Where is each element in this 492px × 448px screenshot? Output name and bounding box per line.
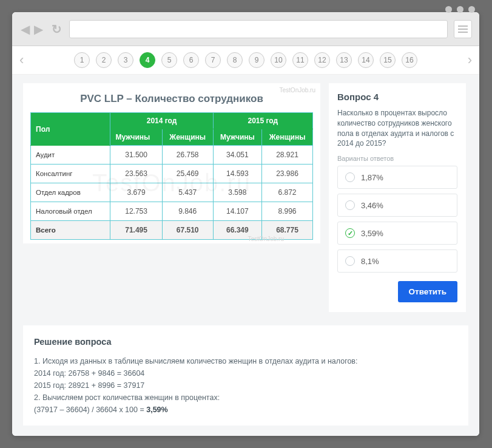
- table-cell: 12.753: [110, 202, 162, 221]
- table-cell: 5.437: [162, 183, 213, 202]
- menu-button[interactable]: [454, 20, 472, 38]
- table-cell: 67.510: [162, 221, 213, 240]
- table-cell: 71.495: [110, 221, 162, 240]
- answer-option-label: 8,1%: [361, 257, 379, 266]
- question-number-1[interactable]: 1: [74, 52, 90, 68]
- question-number-5[interactable]: 5: [161, 52, 177, 68]
- radio-icon: [345, 256, 355, 266]
- prev-question-button[interactable]: ‹: [17, 52, 26, 68]
- data-table-card: TestOnJob.ru PVC LLP – Количество сотруд…: [23, 83, 320, 243]
- url-input[interactable]: [69, 20, 448, 38]
- window-controls: [445, 6, 475, 13]
- question-number-13[interactable]: 13: [336, 52, 352, 68]
- table-cell: Налоговый отдел: [31, 202, 110, 221]
- radio-icon: [345, 228, 355, 238]
- table-cell: 14.593: [213, 165, 261, 183]
- question-number-15[interactable]: 15: [380, 52, 396, 68]
- answer-option[interactable]: 3,59%: [337, 222, 457, 245]
- table-cell: Консалтинг: [31, 165, 110, 183]
- question-number-3[interactable]: 3: [118, 52, 133, 68]
- solution-line-prefix: (37917 – 36604) / 36604 x 100 =: [34, 406, 146, 414]
- solution-heading: Решение вопроса: [34, 335, 457, 349]
- question-number-7[interactable]: 7: [205, 52, 221, 68]
- question-number-14[interactable]: 14: [358, 52, 374, 68]
- answer-option[interactable]: 8,1%: [337, 249, 457, 273]
- col-header-f14: Женщины: [162, 129, 213, 146]
- answer-option[interactable]: 3,46%: [337, 194, 457, 217]
- question-number-list: 12345678910111213141516: [31, 52, 460, 68]
- browser-toolbar: ◀ ▶ ↻: [12, 12, 479, 46]
- window-dot: [457, 6, 463, 13]
- watermark-small: TestOnJob.ru: [280, 87, 315, 93]
- question-number-11[interactable]: 11: [292, 52, 308, 68]
- radio-icon: [345, 200, 355, 210]
- page-content: ‹ 12345678910111213141516 › TestOnJob.ru…: [12, 46, 479, 436]
- table-row: Налоговый отдел12.7539.84614.1078.996: [31, 202, 313, 221]
- table-cell: 26.758: [162, 146, 213, 165]
- col-header-f15: Женщины: [262, 129, 313, 146]
- window-dot: [468, 6, 475, 13]
- table-cell: 23.563: [110, 165, 162, 183]
- table-cell: 6.872: [262, 183, 313, 202]
- question-text: Насколько в процентах выросло количество…: [337, 108, 457, 149]
- forward-button[interactable]: ▶: [33, 22, 44, 36]
- main-area: TestOnJob.ru PVC LLP – Количество сотруд…: [12, 75, 479, 321]
- table-cell: Аудит: [31, 146, 110, 165]
- table-cell: 23.986: [262, 165, 313, 183]
- table-cell: 34.051: [213, 146, 261, 165]
- answer-button[interactable]: Ответить: [398, 281, 457, 302]
- question-number-12[interactable]: 12: [314, 52, 330, 68]
- solution-line: 2015 год: 28921 + 8996 = 37917: [34, 379, 457, 392]
- radio-icon: [345, 172, 355, 182]
- col-header-year1: 2014 год: [110, 113, 213, 129]
- browser-frame: ◀ ▶ ↻ ‹ 12345678910111213141516 › TestOn…: [12, 12, 479, 436]
- question-number-9[interactable]: 9: [249, 52, 265, 68]
- table-cell: Отдел кадров: [31, 183, 110, 202]
- question-number-4[interactable]: 4: [140, 52, 155, 68]
- col-header-year2: 2015 год: [213, 113, 312, 129]
- col-header-m14: Мужчины: [110, 129, 162, 146]
- answer-option[interactable]: 1,87%: [337, 166, 457, 189]
- col-header-row: Пол: [31, 113, 110, 146]
- variants-label: Варианты ответов: [337, 155, 457, 162]
- table-cell: 3.679: [110, 183, 162, 202]
- watermark-small-bottom: TestOnJob.ru: [248, 236, 284, 242]
- table-row: Консалтинг23.56325.46914.59323.986: [31, 165, 313, 183]
- table-cell: Всего: [31, 221, 110, 240]
- question-number-16[interactable]: 16: [402, 52, 417, 68]
- table-row: Отдел кадров3.6795.4373.5986.872: [31, 183, 313, 202]
- table-cell: 3.598: [213, 183, 261, 202]
- question-heading: Вопрос 4: [337, 92, 457, 102]
- question-card: Вопрос 4 Насколько в процентах выросло к…: [329, 83, 466, 312]
- window-dot: [445, 6, 452, 13]
- question-number-10[interactable]: 10: [271, 52, 286, 68]
- next-question-button[interactable]: ›: [465, 52, 474, 68]
- solution-line: (37917 – 36604) / 36604 x 100 = 3,59%: [34, 404, 457, 416]
- table-row: Аудит31.50026.75834.05128.921: [31, 146, 313, 165]
- question-number-8[interactable]: 8: [227, 52, 243, 68]
- nav-arrows: ◀ ▶: [19, 22, 44, 36]
- reload-button[interactable]: ↻: [50, 22, 63, 36]
- solution-answer: 3,59%: [146, 406, 167, 414]
- question-nav: ‹ 12345678910111213141516 ›: [12, 46, 479, 75]
- answer-option-label: 3,46%: [361, 201, 383, 210]
- question-number-6[interactable]: 6: [183, 52, 199, 68]
- question-number-2[interactable]: 2: [96, 52, 112, 68]
- table-cell: 8.996: [262, 202, 313, 221]
- solution-line: 1. Исходя из данных в таблице вычисляем …: [34, 355, 457, 367]
- table-cell: 25.469: [162, 165, 213, 183]
- solution-line: 2. Вычисляем рост количества женщин в пр…: [34, 392, 457, 404]
- table-title: PVC LLP – Количество сотрудников: [30, 89, 313, 112]
- employee-table: Пол 2014 год 2015 год Мужчины Женщины Му…: [30, 112, 313, 240]
- col-header-m15: Мужчины: [213, 129, 261, 146]
- back-button[interactable]: ◀: [19, 22, 30, 36]
- table-cell: 28.921: [262, 146, 313, 165]
- table-cell: 31.500: [110, 146, 162, 165]
- answer-option-label: 1,87%: [361, 173, 383, 182]
- answer-option-label: 3,59%: [361, 229, 383, 238]
- solution-card: Решение вопроса 1. Исходя из данных в та…: [23, 325, 468, 426]
- table-cell: 9.846: [162, 202, 213, 221]
- solution-line: 2014 год: 26758 + 9846 = 36604: [34, 367, 457, 379]
- table-cell: 14.107: [213, 202, 261, 221]
